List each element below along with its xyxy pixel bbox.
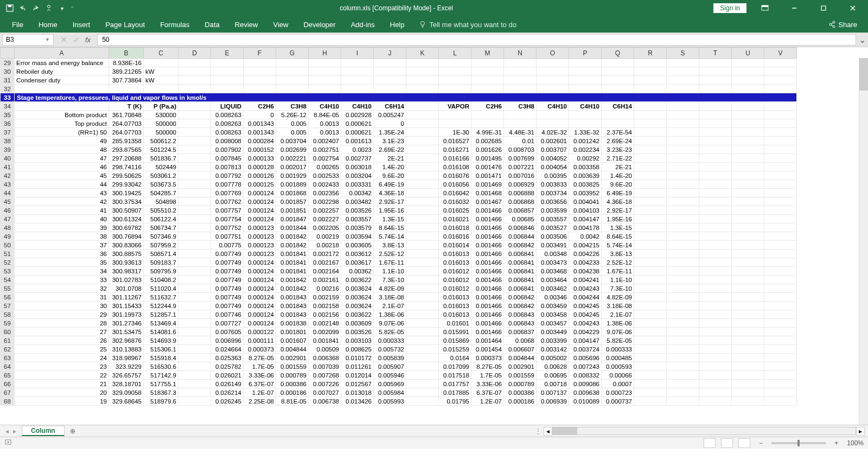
cell[interactable] xyxy=(406,76,439,85)
cell[interactable]: 0.005839 xyxy=(374,354,406,362)
cell[interactable] xyxy=(732,76,764,85)
cell[interactable]: Top product xyxy=(15,119,109,128)
cell[interactable] xyxy=(537,111,569,119)
row-header-58[interactable]: 58 xyxy=(1,310,15,319)
cell[interactable]: 0 xyxy=(244,111,276,119)
cell[interactable] xyxy=(634,310,667,319)
cell[interactable] xyxy=(699,180,732,189)
cell[interactable]: 0.00628 xyxy=(537,362,569,371)
column-header-S[interactable]: S xyxy=(667,48,699,59)
cell[interactable]: 22 xyxy=(15,371,109,380)
cell[interactable] xyxy=(764,397,797,406)
cell[interactable] xyxy=(667,145,699,154)
cell[interactable]: 2E-21 xyxy=(374,154,406,163)
cell[interactable] xyxy=(732,328,764,336)
cell[interactable]: 0.001467 xyxy=(471,197,504,206)
cell[interactable] xyxy=(178,310,211,319)
cell[interactable] xyxy=(634,397,667,406)
cell[interactable]: 0.006841 xyxy=(504,250,537,258)
cell[interactable]: Bottom product xyxy=(15,111,109,119)
cell[interactable] xyxy=(504,59,537,67)
cell[interactable]: 0.008332 xyxy=(569,371,602,380)
cell[interactable] xyxy=(178,215,211,223)
cell[interactable]: 9.6E-20 xyxy=(374,171,406,180)
cell[interactable]: 0.002751 xyxy=(309,145,341,154)
cell[interactable]: 6.37E-07 xyxy=(244,380,276,388)
row-header-52[interactable]: 52 xyxy=(1,258,15,267)
cell[interactable]: 0.002205 xyxy=(309,223,341,232)
cell[interactable]: 0.007039 xyxy=(309,362,341,371)
cell[interactable] xyxy=(634,354,667,362)
cell[interactable]: 0.003734 xyxy=(537,189,569,197)
cell[interactable]: 4.36E-18 xyxy=(374,189,406,197)
cell[interactable] xyxy=(406,319,439,328)
cell[interactable]: 0.003491 xyxy=(537,241,569,250)
cell[interactable] xyxy=(699,362,732,371)
cell[interactable]: 2.1E-07 xyxy=(602,310,634,319)
cell[interactable]: 0.007749 xyxy=(211,258,244,267)
cell[interactable]: 0.013018 xyxy=(341,388,374,397)
cell[interactable]: 361.70848 xyxy=(109,111,144,119)
cell[interactable] xyxy=(699,319,732,328)
cell[interactable]: 0.003624 xyxy=(341,284,374,293)
column-header-E[interactable]: E xyxy=(211,48,244,59)
cell[interactable]: 46 xyxy=(15,163,109,171)
cell[interactable]: 0.001843 xyxy=(276,302,309,310)
cell[interactable] xyxy=(439,76,471,85)
cell[interactable]: 0.002227 xyxy=(309,215,341,223)
cell[interactable]: 0.003018 xyxy=(341,163,374,171)
cell[interactable]: 0.006607 xyxy=(504,345,537,354)
column-header-D[interactable]: D xyxy=(178,48,211,59)
cell[interactable] xyxy=(504,119,537,128)
cell[interactable] xyxy=(634,76,667,85)
cell[interactable]: 0.00718 xyxy=(537,380,569,388)
cell[interactable]: 0.007749 xyxy=(211,250,244,258)
cell[interactable] xyxy=(764,137,797,145)
cell[interactable] xyxy=(634,102,667,111)
cell[interactable] xyxy=(699,267,732,276)
row-header-35[interactable]: 35 xyxy=(1,111,15,119)
cell[interactable]: 0.003464 xyxy=(537,276,569,284)
cell[interactable] xyxy=(602,119,634,128)
cell[interactable]: 2.69E-24 xyxy=(602,137,634,145)
cell[interactable]: 0.000123 xyxy=(244,223,276,232)
cell[interactable]: 0.002164 xyxy=(309,267,341,276)
cell[interactable]: 0.016018 xyxy=(439,223,471,232)
cell[interactable]: 0.001841 xyxy=(276,258,309,267)
cell[interactable] xyxy=(634,154,667,163)
cell[interactable]: 0.012567 xyxy=(341,380,374,388)
cell[interactable] xyxy=(764,67,797,76)
cell[interactable]: 0.003473 xyxy=(537,258,569,267)
cell[interactable]: 1.38E-06 xyxy=(602,319,634,328)
cell[interactable]: 0.008625 xyxy=(341,345,374,354)
cell[interactable] xyxy=(178,371,211,380)
cell[interactable] xyxy=(374,67,406,76)
cell[interactable] xyxy=(667,67,699,76)
cell[interactable]: 505510.2 xyxy=(144,206,178,215)
row-header-50[interactable]: 50 xyxy=(1,241,15,250)
cell[interactable]: 1.35E-24 xyxy=(374,128,406,137)
cell[interactable]: 0.000122 xyxy=(244,328,276,336)
cell[interactable]: 0.001466 xyxy=(471,241,504,250)
cell[interactable]: 1.4E-20 xyxy=(374,163,406,171)
cell[interactable]: 507346.9 xyxy=(144,232,178,241)
cell[interactable]: 0.002234 xyxy=(569,145,602,154)
cell[interactable]: 41 xyxy=(15,206,109,215)
cell[interactable]: 0.001851 xyxy=(276,206,309,215)
column-header-I[interactable]: I xyxy=(341,48,374,59)
cell[interactable]: 0.0042 xyxy=(569,232,602,241)
cell[interactable]: 0.017518 xyxy=(439,371,471,380)
cell[interactable] xyxy=(406,336,439,345)
cell[interactable]: 0.003624 xyxy=(341,293,374,302)
hscroll-right-icon[interactable]: ▸ xyxy=(856,427,865,436)
cell[interactable] xyxy=(178,223,211,232)
cell[interactable]: 0.000333 xyxy=(374,336,406,345)
cell[interactable] xyxy=(178,85,211,93)
row-header-45[interactable]: 45 xyxy=(1,197,15,206)
cell[interactable]: 0.003833 xyxy=(537,180,569,189)
cell[interactable] xyxy=(667,102,699,111)
horizontal-scrollbar[interactable] xyxy=(552,427,856,435)
cell[interactable] xyxy=(732,145,764,154)
cell[interactable]: 0.016021 xyxy=(439,215,471,223)
cell[interactable] xyxy=(569,59,602,67)
